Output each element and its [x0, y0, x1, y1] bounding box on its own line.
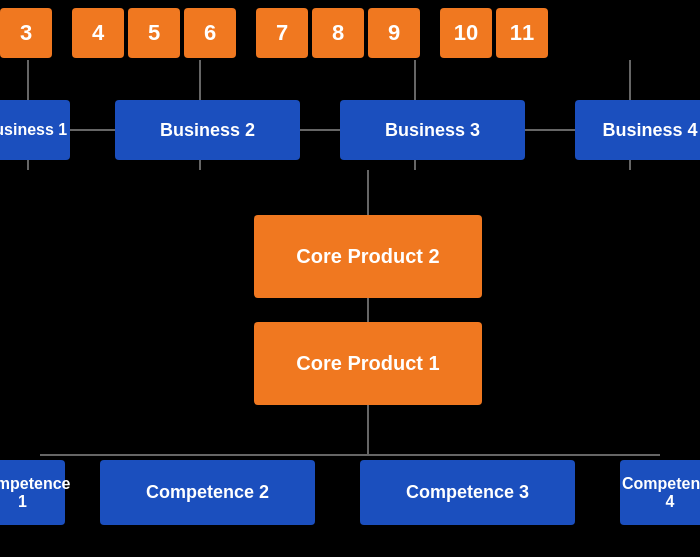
competence-box-3: Competence 3 — [360, 460, 575, 525]
number-box-9: 9 — [368, 8, 420, 58]
diagram-container: 3 4 5 6 7 8 9 10 11 Business 1 Business … — [0, 0, 700, 557]
number-box-3: 3 — [0, 8, 52, 58]
competence-box-2: Competence 2 — [100, 460, 315, 525]
number-row: 3 4 5 6 7 8 9 10 11 — [0, 5, 700, 60]
business-box-3: Business 3 — [340, 100, 525, 160]
business-box-2: Business 2 — [115, 100, 300, 160]
number-box-8: 8 — [312, 8, 364, 58]
competence-box-1: Competence 1 — [0, 460, 65, 525]
competence-box-4: Competence 4 — [620, 460, 700, 525]
core-product-1: Core Product 1 — [254, 322, 482, 405]
core-product-2: Core Product 2 — [254, 215, 482, 298]
number-box-11: 11 — [496, 8, 548, 58]
business-box-4: Business 4 — [575, 100, 700, 160]
number-box-6: 6 — [184, 8, 236, 58]
number-box-5: 5 — [128, 8, 180, 58]
number-box-10: 10 — [440, 8, 492, 58]
number-box-4: 4 — [72, 8, 124, 58]
business-box-1: Business 1 — [0, 100, 70, 160]
number-box-7: 7 — [256, 8, 308, 58]
